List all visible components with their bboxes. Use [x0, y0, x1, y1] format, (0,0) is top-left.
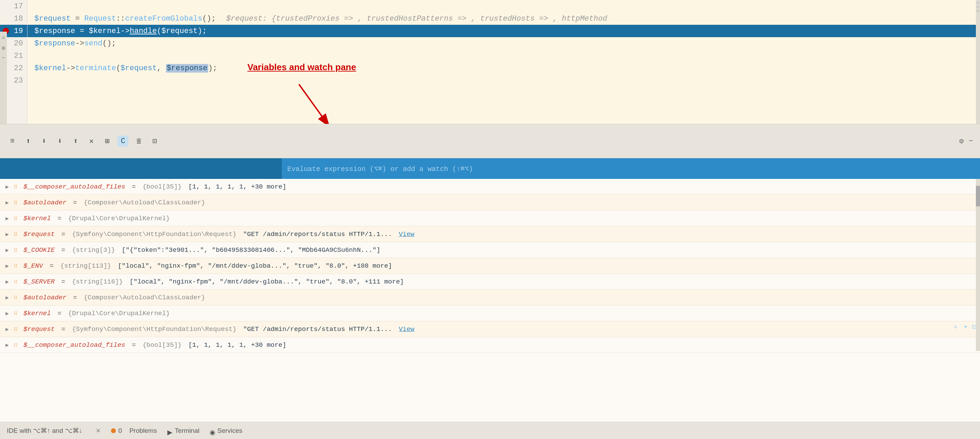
terminal-icon: ▶ — [167, 428, 172, 433]
var-type-icon: ⁝⁝ — [14, 199, 21, 206]
var-type-icon: ⁝⁝ — [14, 215, 21, 222]
settings-icon[interactable]: ⚙ — [959, 137, 964, 146]
expand-icon[interactable]: ▶ — [5, 184, 11, 190]
code-line-21 — [27, 49, 980, 62]
var-type-icon: ⁝⁝ — [14, 231, 21, 238]
scrollbar-thumb[interactable] — [976, 186, 980, 206]
var-type-icon: ⁝⁝ — [14, 278, 21, 285]
debug-eval-bar: Evaluate expression (⌥⌘) or add a watch … — [282, 158, 980, 179]
toolbar-grid-icon[interactable]: ⊞ — [102, 136, 113, 147]
status-terminal[interactable]: ▶ Terminal — [167, 427, 200, 434]
toolbar-panel-icon[interactable]: ⊡ — [149, 136, 160, 147]
debug-add-icon[interactable]: ＋ — [952, 322, 959, 332]
code-line-19: $response = $kernel -> handle ( $request… — [27, 25, 980, 37]
gear-icon[interactable]: ⚙ — [2, 45, 5, 52]
var-type-icon: ⁝⁝ — [14, 310, 21, 317]
minimize-icon[interactable]: − — [969, 137, 973, 145]
var-row: ▶ ⁝⁝ $__composer_autoload_files = {bool[… — [0, 179, 980, 195]
variables-list: ▶ ⁝⁝ $__composer_autoload_files = {bool[… — [0, 179, 980, 422]
expand-icon[interactable]: ▶ — [5, 247, 11, 254]
var-type-icon: ⁝⁝ — [14, 294, 21, 301]
var-row: ▶ ⁝⁝ $kernel = {Drupal\Core\DrupalKernel… — [0, 305, 980, 321]
var-type-icon: ⁝⁝ — [14, 326, 21, 333]
toolbar-up-icon[interactable]: ⬆ — [23, 136, 34, 147]
scrollbar[interactable] — [976, 179, 980, 351]
services-icon: ◉ — [210, 428, 215, 433]
var-row: ▶ ⁝⁝ $__composer_autoload_files = {bool[… — [0, 337, 980, 353]
var-row: ▶ ⁝⁝ $autoloader = {Composer\Autoload\Cl… — [0, 195, 980, 211]
var-type-icon: ⁝⁝ — [14, 184, 21, 190]
notif-dot — [977, 10, 979, 13]
expand-icon[interactable]: ▶ — [5, 215, 11, 222]
minus-icon[interactable]: − — [2, 55, 5, 61]
notif-dot — [977, 5, 979, 8]
var-row: ▶ ⁝⁝ $_ENV = {string[113]} ["local", "ng… — [0, 258, 980, 274]
left-sidebar: = ⚙ − — [0, 32, 7, 125]
var-row: ▶ ⁝⁝ $_COOKIE = {string[3]} ["{"token":"… — [0, 242, 980, 258]
code-line-22: $kernel -> terminate ( $request , $respo… — [27, 62, 980, 74]
var-row: ▶ ⁝⁝ $request = {Symfony\Component\HttpF… — [0, 227, 980, 242]
var-row: ▶ ⁝⁝ $request = {Symfony\Component\HttpF… — [0, 321, 980, 337]
code-line-23 — [27, 74, 980, 87]
toolbar-list-icon[interactable]: ≣ — [133, 136, 144, 147]
close-button[interactable]: ✕ — [96, 426, 100, 435]
expand-icon[interactable]: ▶ — [5, 310, 11, 317]
status-bar: IDE with ⌥⌘↑ and ⌥⌘↓ ✕ 0 Problems ▶ Term… — [0, 422, 980, 439]
notif-dot — [977, 2, 979, 4]
code-editor[interactable]: $request = Request :: createFromGlobals … — [27, 0, 980, 124]
expand-icon[interactable]: ▶ — [5, 278, 11, 285]
expand-icon[interactable]: ▶ — [5, 262, 11, 270]
debug-panel-icons: ＋ ▾ ⊟ — [952, 316, 977, 337]
toolbar-area: ≡ ⬆ ⬇ ⬇ ⬆ ✕ ⊞ C ≣ ⊡ — [0, 124, 980, 158]
toolbar-menu-icon[interactable]: ≡ — [7, 136, 18, 147]
var-row: ▶ ⁝⁝ $_SERVER = {string[116]} ["local", … — [0, 274, 980, 290]
var-type-icon: ⁝⁝ — [14, 247, 21, 254]
toolbar-c-icon[interactable]: C — [118, 136, 129, 147]
var-type-icon: ⁝⁝ — [14, 262, 21, 270]
editor-area: 17 18 19 20 21 22 23 = ⚙ − $request = Re… — [0, 0, 980, 124]
line-18: 18 — [0, 13, 27, 25]
toolbar-down-over-icon[interactable]: ⬇ — [54, 136, 65, 147]
toolbar-up-out-icon[interactable]: ⬆ — [70, 136, 81, 147]
expand-icon[interactable]: ▶ — [5, 231, 11, 238]
code-line-18: $request = Request :: createFromGlobals … — [27, 13, 980, 25]
toolbar-left: ≡ ⬆ ⬇ ⬇ ⬆ ✕ ⊞ C ≣ ⊡ — [0, 136, 980, 147]
equals-icon[interactable]: = — [2, 35, 5, 41]
status-problems[interactable]: 0 Problems — [111, 427, 157, 434]
expand-icon[interactable]: ▶ — [5, 199, 11, 206]
notifications-bar — [976, 0, 980, 124]
status-services[interactable]: ◉ Services — [210, 427, 242, 434]
var-type-icon: ⁝⁝ — [14, 342, 21, 348]
view-link-2[interactable]: View — [399, 326, 414, 333]
code-line-20: $response -> send (); — [27, 37, 980, 49]
var-row: ▶ ⁝⁝ $kernel = {Drupal\Core\DrupalKernel… — [0, 211, 980, 227]
debug-top-bar: Evaluate expression (⌥⌘) or add a watch … — [0, 158, 980, 179]
view-link[interactable]: View — [399, 230, 414, 238]
expand-icon[interactable]: ▶ — [5, 342, 11, 348]
debug-panel: Evaluate expression (⌥⌘) or add a watch … — [0, 158, 980, 422]
line-17: 17 — [0, 0, 27, 13]
expand-icon[interactable]: ▶ — [5, 294, 11, 301]
code-line-17 — [27, 0, 980, 13]
eval-placeholder[interactable]: Evaluate expression (⌥⌘) or add a watch … — [287, 164, 975, 173]
expand-icon[interactable]: ▶ — [5, 326, 11, 333]
debug-left-bar — [0, 158, 282, 179]
toolbar-down-into-icon[interactable]: ⬇ — [38, 136, 49, 147]
hint-text: IDE with ⌥⌘↑ and ⌥⌘↓ — [7, 426, 82, 434]
toolbar-cross-icon[interactable]: ✕ — [86, 136, 97, 147]
var-row: ▶ ⁝⁝ $autoloader = {Composer\Autoload\Cl… — [0, 290, 980, 305]
debug-dropdown-icon[interactable]: ▾ — [964, 322, 968, 332]
toolbar-right-icons: ⚙ − — [959, 124, 973, 158]
problems-dot — [111, 428, 116, 433]
